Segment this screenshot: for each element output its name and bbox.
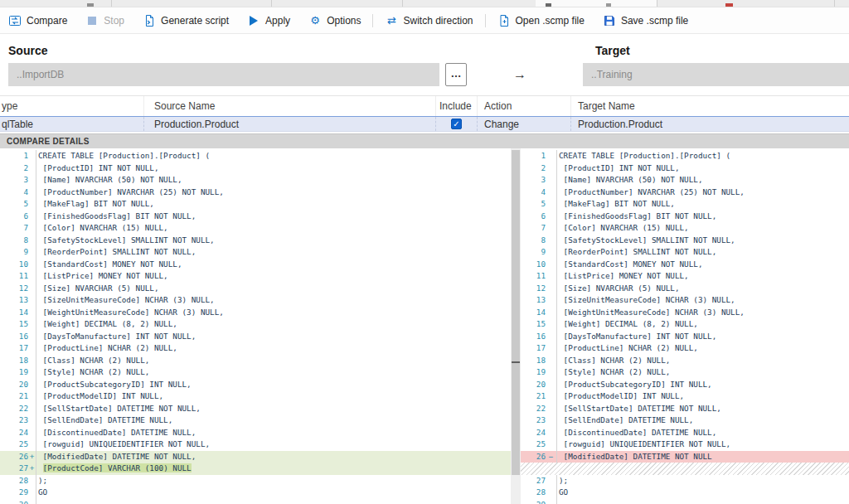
open-scmp-label: Open .scmp file [516,15,585,27]
line-gutter: 12 [521,283,557,295]
diff-marker: − [546,451,556,463]
options-label: Options [327,15,361,27]
code-text [557,463,849,475]
code-line: 9 [ReorderPoint] SMALLINT NOT NULL, [521,246,849,259]
line-number: 9 [521,246,546,259]
code-line: 12 [Size] NVARCHAR (5) NULL, [0,283,511,295]
generate-script-button[interactable]: Generate script [133,7,238,33]
code-text: [SafetyStockLevel] SMALLINT NOT NULL, [557,235,849,247]
code-line: 10 [StandardCost] MONEY NOT NULL, [521,259,849,271]
table-row[interactable]: qlTable Production.Product ✓ Change Prod… [0,116,849,132]
code-text: CREATE TABLE [Production].[Product] ( [557,150,849,162]
target-input[interactable]: ..Training [583,63,849,86]
line-number: 28 [0,475,28,487]
code-line: 18 [Class] NCHAR (2) NULL, [0,355,511,367]
line-gutter: 9 [0,246,36,259]
code-line: 13 [SizeUnitMeasureCode] NCHAR (3) NULL, [0,294,511,307]
diff-marker [546,150,556,162]
line-number: 18 [0,355,28,367]
line-gutter: 3 [0,174,36,187]
code-line: 5 [MakeFlag] BIT NOT NULL, [521,198,849,211]
include-checkbox[interactable]: ✓ [451,119,462,129]
code-line: 19 [Style] NCHAR (2) NULL, [521,366,849,379]
code-line: 6 [FinishedGoodsFlag] BIT NOT NULL, [0,211,511,223]
source-input[interactable]: ..ImportDB [8,63,439,86]
diff-marker [546,390,556,403]
open-file-icon [497,14,511,27]
diff-marker [28,270,36,283]
scrollbar-thumb[interactable] [512,150,520,475]
diff-marker [28,222,36,235]
stop-button[interactable]: Stop [76,7,133,33]
code-text: [DaysToManufacture] INT NOT NULL, [36,331,511,343]
compare-details-header: COMPARE DETAILS [0,133,849,148]
left-pane-scrollbar[interactable] [511,148,521,504]
generate-script-icon [143,14,156,27]
code-line: 28); [0,475,511,487]
code-line: 14 [WeightUnitMeasureCode] NCHAR (3) NUL… [521,307,849,319]
line-gutter: 28 [0,475,36,487]
diff-marker [28,283,36,295]
line-number: 19 [521,366,546,379]
line-number: 28 [521,487,546,499]
options-button[interactable]: ⚙ Options [299,7,370,33]
line-number: 10 [0,259,28,271]
compare-icon [8,14,22,27]
save-scmp-button[interactable]: Save .scmp file [594,7,697,33]
row-type-cell: qlTable [0,117,144,131]
diff-marker [546,439,556,451]
diff-marker [28,259,36,271]
code-text: [FinishedGoodsFlag] BIT NOT NULL, [557,211,849,223]
switch-direction-button[interactable]: ⇄ Switch direction [376,7,482,33]
source-browse-button[interactable]: … [445,63,467,86]
line-gutter: 7 [521,222,557,235]
line-number: 21 [0,390,28,403]
code-text: [ProductCode] VARCHAR (100) NULL [36,463,511,475]
diff-marker [28,198,36,211]
line-number: 24 [521,427,546,439]
code-text [36,499,511,504]
code-text: [SizeUnitMeasureCode] NCHAR (3) NULL, [557,294,849,307]
diff-marker [28,487,36,499]
code-text: [ProductNumber] NVARCHAR (25) NOT NULL, [557,187,849,199]
line-number: 17 [0,342,28,355]
diff-marker [546,246,556,259]
compare-button[interactable]: Compare [8,7,76,33]
line-gutter: 26+ [0,451,36,463]
source-section-label: Source [8,44,47,57]
code-text: [Weight] DECIMAL (8, 2) NULL, [557,318,849,331]
line-number: 1 [521,150,546,162]
column-header-target-name: Target Name [571,96,849,116]
line-number: 4 [521,187,546,199]
line-gutter: 12 [0,283,36,295]
code-line: 19 [Style] NCHAR (2) NULL, [0,366,511,379]
line-gutter: 5 [0,198,36,211]
line-gutter: 2 [0,162,36,175]
code-text: [ProductID] INT NOT NULL, [36,162,511,175]
line-number: 14 [0,307,28,319]
code-line: 15 [Weight] DECIMAL (8, 2) NULL, [0,318,511,331]
code-text: [Size] NVARCHAR (5) NULL, [557,283,849,295]
line-number: 24 [0,427,28,439]
line-gutter: 11 [0,270,36,283]
code-text: [SizeUnitMeasureCode] NCHAR (3) NULL, [36,294,511,307]
code-line: 22 [SellStartDate] DATETIME NOT NULL, [0,403,511,415]
code-line: 23 [SellEndDate] DATETIME NULL, [0,414,511,427]
line-number: 7 [0,222,28,235]
direction-arrow-icon: → [507,63,532,86]
diff-marker [546,355,556,367]
open-scmp-button[interactable]: Open .scmp file [488,7,594,33]
tab-separator [402,0,403,7]
apply-button[interactable]: Apply [238,7,299,33]
code-line: 11 [ListPrice] MONEY NOT NULL, [521,270,849,283]
code-text: [Weight] DECIMAL (8, 2) NULL, [36,318,511,331]
code-text: [Color] NVARCHAR (15) NULL, [36,222,511,235]
target-section-label: Target [595,44,630,57]
diff-marker [546,318,556,331]
right-code-pane[interactable]: 1CREATE TABLE [Production].[Product] (2 … [521,148,849,504]
active-tab-partial[interactable] [536,0,657,7]
code-line: 18 [Class] NCHAR (2) NULL, [521,355,849,367]
line-number: 22 [0,403,28,415]
left-code-pane[interactable]: 1CREATE TABLE [Production].[Product] (2 … [0,148,511,504]
code-text: [FinishedGoodsFlag] BIT NOT NULL, [36,211,511,223]
